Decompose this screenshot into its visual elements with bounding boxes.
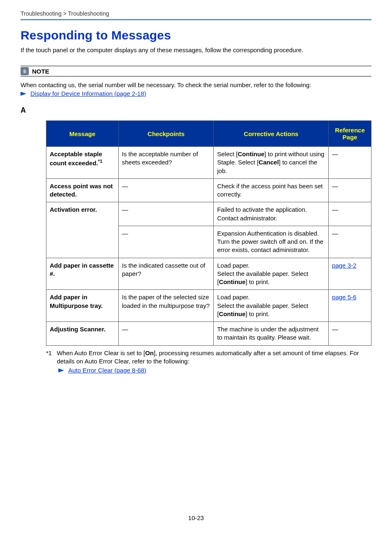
note-box: NOTE	[21, 66, 371, 76]
reference-cell: page 3-2	[329, 258, 371, 290]
msg-cell: Add paper in cassette #.	[46, 258, 119, 290]
table-row: Acceptable staple count exceeded.*1Is th…	[46, 147, 371, 179]
table-row: Add paper in Multipurpose tray.Is the pa…	[46, 290, 371, 322]
action-cell: Load paper.Select the available paper. S…	[214, 290, 329, 322]
breadcrumb: Troubleshooting > Troubleshooting	[21, 10, 371, 19]
col-checkpoints: Checkpoints	[118, 121, 214, 147]
checkpoint-cell: Is the paper of the selected size loaded…	[118, 290, 214, 322]
col-message: Message	[46, 121, 119, 147]
checkpoint-cell: Is the indicated cassette out of paper?	[118, 258, 214, 290]
note-icon	[21, 67, 29, 75]
table-row: Adjusting Scanner.―The machine is under …	[46, 322, 371, 346]
reference-cell: ―	[329, 178, 371, 202]
arrow-right-icon	[58, 368, 64, 372]
header-rule	[21, 19, 371, 20]
intro-text: If the touch panel or the computer displ…	[21, 46, 371, 53]
note-header: NOTE	[21, 66, 371, 76]
checkpoint-cell: ―	[118, 202, 214, 226]
msg-cell: Access point was not detected.	[46, 178, 119, 202]
msg-cell: Adjusting Scanner.	[46, 322, 119, 346]
msg-cell: Acceptable staple count exceeded.*1	[46, 147, 119, 179]
table-row: Access point was not detected.―Check if …	[46, 178, 371, 202]
device-info-link[interactable]: Display for Device Information (page 2-1…	[30, 90, 146, 97]
reference-link[interactable]: page 3-2	[332, 262, 356, 269]
action-cell: The machine is under the adjustment to m…	[214, 322, 329, 346]
msg-cell: Activation error.	[46, 202, 119, 258]
msg-cell: Add paper in Multipurpose tray.	[46, 290, 119, 322]
auto-error-clear-link[interactable]: Auto Error Clear (page 8-68)	[68, 366, 146, 375]
action-cell: Select [Continue] to print without using…	[214, 147, 329, 179]
note-link-row: Display for Device Information (page 2-1…	[21, 90, 371, 97]
checkpoint-cell: Is the acceptable number of sheets excee…	[118, 147, 214, 179]
footnote-text: When Auto Error Clear is set to [On], pr…	[57, 349, 371, 366]
table-row: Activation error.―Failed to activate the…	[46, 202, 371, 226]
reference-cell: page 5-6	[329, 290, 371, 322]
note-body: When contacting us, the serial number wi…	[21, 79, 371, 90]
arrow-right-icon	[21, 92, 26, 96]
note-label: NOTE	[32, 68, 49, 75]
messages-table-wrap: Message Checkpoints Corrective Actions R…	[46, 120, 371, 346]
action-cell: Check if the access point has been set c…	[214, 178, 329, 202]
action-cell: Failed to activate the application. Cont…	[214, 202, 329, 226]
col-actions: Corrective Actions	[214, 121, 329, 147]
reference-link[interactable]: page 5-6	[332, 294, 356, 301]
messages-table: Message Checkpoints Corrective Actions R…	[46, 120, 371, 346]
section-letter: A	[21, 106, 371, 115]
col-reference: Reference Page	[329, 121, 371, 147]
table-row: Add paper in cassette #.Is the indicated…	[46, 258, 371, 290]
footnote: *1 When Auto Error Clear is set to [On],…	[46, 349, 371, 375]
reference-cell: ―	[329, 226, 371, 258]
checkpoint-cell: ―	[118, 322, 214, 346]
reference-cell: ―	[329, 322, 371, 346]
checkpoint-cell: ―	[118, 178, 214, 202]
footnote-key: *1	[46, 349, 52, 366]
action-cell: Expansion Authentication is disabled. Tu…	[214, 226, 329, 258]
reference-cell: ―	[329, 202, 371, 226]
checkpoint-cell: ―	[118, 226, 214, 258]
page-number: 10-23	[0, 514, 392, 530]
reference-cell: ―	[329, 147, 371, 179]
messages-table-body: Acceptable staple count exceeded.*1Is th…	[46, 147, 371, 346]
page-title: Responding to Messages	[21, 28, 371, 42]
action-cell: Load paper.Select the available paper. S…	[214, 258, 329, 290]
